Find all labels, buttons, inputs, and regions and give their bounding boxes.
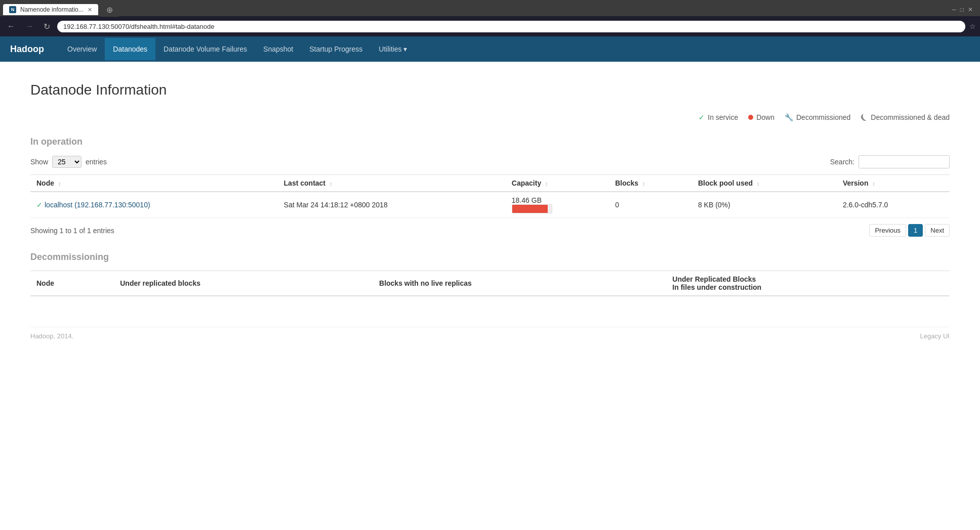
red-dot-icon xyxy=(748,115,753,120)
capacity-value: 18.46 GB xyxy=(512,196,542,204)
cell-last-contact: Sat Mar 24 14:18:12 +0800 2018 xyxy=(278,192,506,218)
node-link[interactable]: localhost (192.168.77.130:50010) xyxy=(45,201,150,209)
previous-button[interactable]: Previous xyxy=(869,224,906,237)
col-version[interactable]: Version ↕ xyxy=(837,175,950,192)
active-tab[interactable]: N Namenode informatio... ✕ xyxy=(3,4,98,15)
minimize-button[interactable]: ─ xyxy=(952,6,956,13)
address-bar: ← → ↻ ☆ xyxy=(0,16,980,36)
decommissioning-title: Decommissioning xyxy=(30,252,950,262)
legend-decommissioned: 🔧 Decommissioned xyxy=(785,113,850,121)
decom-col-under-replicated: Under replicated blocks xyxy=(114,271,373,296)
sort-icon-version: ↕ xyxy=(872,181,875,187)
pagination-area: Showing 1 to 1 of 1 entries Previous 1 N… xyxy=(30,224,950,237)
table-header-row: Node ↕ Last contact ↕ Capacity ↕ Blocks … xyxy=(30,175,950,192)
search-box: Search: xyxy=(830,155,950,168)
dropdown-chevron-icon: ▾ xyxy=(403,45,407,53)
cell-blocks: 0 xyxy=(609,192,692,218)
in-operation-table: Node ↕ Last contact ↕ Capacity ↕ Blocks … xyxy=(30,174,950,218)
cell-node: ✓ localhost (192.168.77.130:50010) xyxy=(30,192,278,218)
main-content: Datanode Information ✓ In service Down 🔧… xyxy=(0,62,980,365)
nav-item-startup-progress[interactable]: Startup Progress xyxy=(301,38,371,60)
table-row: ✓ localhost (192.168.77.130:50010) Sat M… xyxy=(30,192,950,218)
close-button[interactable]: ✕ xyxy=(968,6,973,13)
decom-col-no-live-replicas: Blocks with no live replicas xyxy=(373,271,666,296)
legend-in-service-label: In service xyxy=(708,113,738,121)
browser-chrome: N Namenode informatio... ✕ ⊕ ─ □ ✕ ← → ↻… xyxy=(0,0,980,36)
address-bar-icons: ☆ xyxy=(969,22,976,30)
tab-bar: N Namenode informatio... ✕ ⊕ ─ □ ✕ xyxy=(0,0,980,16)
nav-item-datanode-volume-failures[interactable]: Datanode Volume Failures xyxy=(155,38,255,60)
entries-label: entries xyxy=(86,158,107,166)
cell-capacity: 18.46 GB xyxy=(506,192,609,218)
navbar-brand[interactable]: Hadoop xyxy=(10,44,44,55)
legend: ✓ In service Down 🔧 Decommissioned ⏾ Dec… xyxy=(30,113,950,121)
show-label: Show xyxy=(30,158,48,166)
decom-col-under-replicated-construction: Under Replicated Blocks In files under c… xyxy=(666,271,950,296)
page-1-button[interactable]: 1 xyxy=(908,224,923,237)
nav-item-snapshot[interactable]: Snapshot xyxy=(255,38,301,60)
forward-button[interactable]: → xyxy=(22,21,36,32)
search-label: Search: xyxy=(830,158,854,166)
tab-title: Namenode informatio... xyxy=(20,6,84,13)
tab-favicon: N xyxy=(9,6,16,13)
sort-icon-capacity: ↕ xyxy=(545,181,548,187)
search-input[interactable] xyxy=(859,155,950,168)
col-blocks[interactable]: Blocks ↕ xyxy=(609,175,692,192)
address-input[interactable] xyxy=(57,21,965,32)
page-title: Datanode Information xyxy=(30,82,950,98)
sort-icon-block-pool: ↕ xyxy=(757,181,760,187)
decommissioning-table: Node Under replicated blocks Blocks with… xyxy=(30,271,950,296)
col-node[interactable]: Node ↕ xyxy=(30,175,278,192)
clock-icon: ⏾ xyxy=(861,113,868,121)
in-operation-title: In operation xyxy=(30,137,950,147)
tab-close-button[interactable]: ✕ xyxy=(88,7,92,13)
cell-block-pool-used: 8 KB (0%) xyxy=(692,192,837,218)
new-tab-button[interactable]: ⊕ xyxy=(100,3,119,17)
node-status-check-icon: ✓ xyxy=(36,201,43,209)
nav-item-utilities[interactable]: Utilities ▾ xyxy=(371,38,415,60)
legend-down: Down xyxy=(748,113,774,121)
legend-decommissioned-dead: ⏾ Decommissioned & dead xyxy=(861,113,950,121)
sort-icon-node: ↕ xyxy=(58,181,61,187)
back-button[interactable]: ← xyxy=(4,21,18,32)
sort-icon-blocks: ↕ xyxy=(642,181,645,187)
check-icon: ✓ xyxy=(699,113,705,121)
navbar-nav: Overview Datanodes Datanode Volume Failu… xyxy=(59,38,415,60)
legend-decommissioned-dead-label: Decommissioned & dead xyxy=(871,113,950,121)
nav-item-overview[interactable]: Overview xyxy=(59,38,105,60)
legend-down-label: Down xyxy=(756,113,774,121)
show-entries: Show 25 50 100 entries xyxy=(30,156,107,168)
nav-item-datanodes[interactable]: Datanodes xyxy=(105,38,155,60)
star-icon[interactable]: ☆ xyxy=(969,22,976,30)
decom-header-row: Node Under replicated blocks Blocks with… xyxy=(30,271,950,296)
footer-copyright: Hadoop, 2014. xyxy=(30,332,73,340)
reload-button[interactable]: ↻ xyxy=(40,21,53,32)
entries-select[interactable]: 25 50 100 xyxy=(52,156,81,168)
navbar: Hadoop Overview Datanodes Datanode Volum… xyxy=(0,36,980,62)
showing-text: Showing 1 to 1 of 1 entries xyxy=(30,227,114,235)
capacity-bar xyxy=(512,204,552,213)
legend-decommissioned-label: Decommissioned xyxy=(796,113,850,121)
capacity-bar-fill xyxy=(512,205,548,213)
footer: Hadoop, 2014. Legacy UI xyxy=(30,327,950,345)
maximize-button[interactable]: □ xyxy=(960,6,964,13)
legacy-ui-link[interactable]: Legacy UI xyxy=(920,332,950,340)
pagination-buttons: Previous 1 Next xyxy=(869,224,950,237)
node-name: ✓ localhost (192.168.77.130:50010) xyxy=(36,201,272,209)
cell-version: 2.6.0-cdh5.7.0 xyxy=(837,192,950,218)
next-button[interactable]: Next xyxy=(925,224,950,237)
decom-col-node: Node xyxy=(30,271,114,296)
col-capacity[interactable]: Capacity ↕ xyxy=(506,175,609,192)
col-block-pool-used[interactable]: Block pool used ↕ xyxy=(692,175,837,192)
wrench-icon: 🔧 xyxy=(785,113,793,121)
col-last-contact[interactable]: Last contact ↕ xyxy=(278,175,506,192)
legend-in-service: ✓ In service xyxy=(699,113,738,121)
table-controls: Show 25 50 100 entries Search: xyxy=(30,155,950,168)
sort-icon-last-contact: ↕ xyxy=(330,181,333,187)
